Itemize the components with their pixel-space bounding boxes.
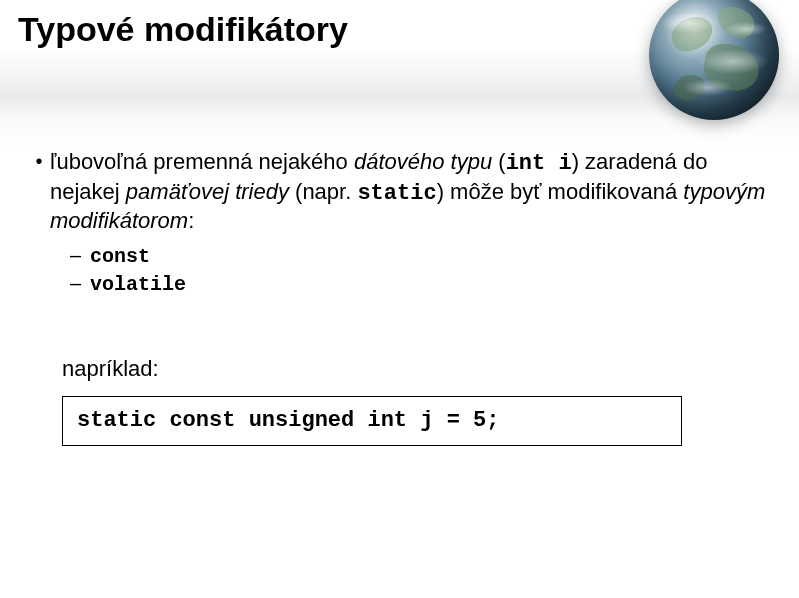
code-example-box: static const unsigned int j = 5;	[62, 396, 682, 446]
text-segment: (napr.	[289, 179, 357, 204]
sub-item-code: const	[90, 244, 150, 269]
bullet-text: ľubovoľná premenná nejakého dátového typ…	[50, 148, 771, 235]
text-segment: (	[492, 149, 505, 174]
slide-content: • ľubovoľná premenná nejakého dátového t…	[28, 148, 771, 446]
text-italic: dátového typu	[354, 149, 492, 174]
text-segment: :	[188, 208, 194, 233]
dash-marker: –	[70, 271, 90, 296]
slide: Typové modifikátory • ľubovoľná premenná…	[0, 0, 799, 598]
dash-marker: –	[70, 243, 90, 268]
sub-list: – const – volatile	[70, 243, 771, 297]
sub-list-item: – volatile	[70, 271, 771, 297]
text-segment: ľubovoľná premenná nejakého	[50, 149, 354, 174]
sub-list-item: – const	[70, 243, 771, 269]
slide-title: Typové modifikátory	[18, 10, 348, 49]
globe-icon	[649, 0, 779, 120]
text-italic: pamäťovej triedy	[126, 179, 289, 204]
text-code: int i	[506, 151, 572, 176]
bullet-item: • ľubovoľná premenná nejakého dátového t…	[28, 148, 771, 235]
sub-item-code: volatile	[90, 272, 186, 297]
text-segment: ) môže byť modifikovaná	[437, 179, 684, 204]
bullet-marker: •	[28, 148, 50, 174]
example-label: napríklad:	[62, 355, 771, 383]
text-code: static	[357, 181, 436, 206]
